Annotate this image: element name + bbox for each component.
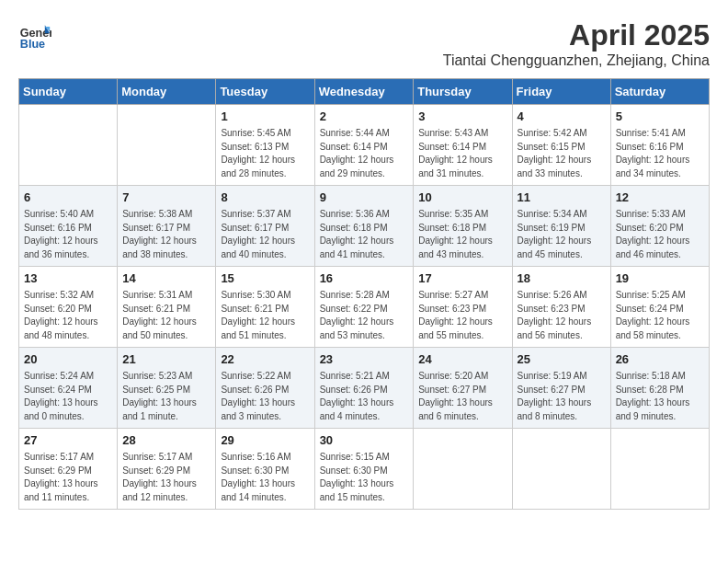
calendar-cell: 12Sunrise: 5:33 AM Sunset: 6:20 PM Dayli… (610, 186, 709, 267)
day-number: 15 (221, 270, 309, 287)
day-info: Sunrise: 5:15 AM Sunset: 6:30 PM Dayligh… (320, 451, 409, 504)
day-info: Sunrise: 5:34 AM Sunset: 6:19 PM Dayligh… (518, 208, 606, 261)
day-number: 8 (221, 190, 309, 206)
day-number: 25 (518, 351, 606, 368)
calendar-body: 1Sunrise: 5:45 AM Sunset: 6:13 PM Daylig… (19, 105, 710, 510)
calendar-cell: 20Sunrise: 5:24 AM Sunset: 6:24 PM Dayli… (19, 348, 118, 429)
day-number: 9 (320, 190, 409, 206)
calendar-cell: 26Sunrise: 5:18 AM Sunset: 6:28 PM Dayli… (610, 348, 709, 429)
day-info: Sunrise: 5:40 AM Sunset: 6:16 PM Dayligh… (24, 208, 112, 261)
logo-icon: General Blue (18, 18, 51, 52)
weekday-header-sunday: Sunday (19, 79, 118, 105)
calendar-cell: 14Sunrise: 5:31 AM Sunset: 6:21 PM Dayli… (118, 267, 216, 348)
day-number: 28 (122, 432, 210, 449)
weekday-header-thursday: Thursday (414, 79, 512, 105)
calendar-cell: 30Sunrise: 5:15 AM Sunset: 6:30 PM Dayli… (314, 429, 414, 510)
calendar-cell: 8Sunrise: 5:37 AM Sunset: 6:17 PM Daylig… (216, 186, 314, 267)
day-number: 22 (221, 351, 309, 368)
day-number: 19 (616, 270, 704, 287)
day-info: Sunrise: 5:20 AM Sunset: 6:27 PM Dayligh… (418, 370, 506, 423)
day-info: Sunrise: 5:28 AM Sunset: 6:22 PM Dayligh… (320, 289, 409, 342)
week-row-4: 20Sunrise: 5:24 AM Sunset: 6:24 PM Dayli… (19, 348, 710, 429)
day-info: Sunrise: 5:25 AM Sunset: 6:24 PM Dayligh… (616, 289, 704, 342)
day-info: Sunrise: 5:32 AM Sunset: 6:20 PM Dayligh… (24, 289, 112, 342)
calendar-cell: 3Sunrise: 5:43 AM Sunset: 6:14 PM Daylig… (414, 105, 512, 186)
day-info: Sunrise: 5:22 AM Sunset: 6:26 PM Dayligh… (221, 370, 309, 423)
day-info: Sunrise: 5:33 AM Sunset: 6:20 PM Dayligh… (616, 208, 704, 261)
weekday-header-monday: Monday (118, 79, 216, 105)
calendar-cell: 28Sunrise: 5:17 AM Sunset: 6:29 PM Dayli… (118, 429, 216, 510)
day-info: Sunrise: 5:37 AM Sunset: 6:17 PM Dayligh… (221, 208, 309, 261)
calendar-cell (610, 429, 709, 510)
day-number: 30 (320, 432, 409, 449)
calendar-cell: 29Sunrise: 5:16 AM Sunset: 6:30 PM Dayli… (216, 429, 314, 510)
day-number: 13 (24, 270, 112, 287)
day-number: 2 (320, 109, 409, 125)
weekday-header-wednesday: Wednesday (314, 79, 414, 105)
header: General Blue April 2025 Tiantai Chenggua… (18, 18, 710, 69)
calendar-cell: 7Sunrise: 5:38 AM Sunset: 6:17 PM Daylig… (118, 186, 216, 267)
calendar-cell: 24Sunrise: 5:20 AM Sunset: 6:27 PM Dayli… (414, 348, 512, 429)
calendar-cell: 21Sunrise: 5:23 AM Sunset: 6:25 PM Dayli… (118, 348, 216, 429)
weekday-header-row: SundayMondayTuesdayWednesdayThursdayFrid… (19, 79, 710, 105)
calendar-cell: 1Sunrise: 5:45 AM Sunset: 6:13 PM Daylig… (216, 105, 314, 186)
calendar-cell: 11Sunrise: 5:34 AM Sunset: 6:19 PM Dayli… (512, 186, 610, 267)
calendar-cell: 5Sunrise: 5:41 AM Sunset: 6:16 PM Daylig… (610, 105, 709, 186)
calendar-cell: 19Sunrise: 5:25 AM Sunset: 6:24 PM Dayli… (610, 267, 709, 348)
day-info: Sunrise: 5:44 AM Sunset: 6:14 PM Dayligh… (320, 127, 409, 180)
week-row-1: 1Sunrise: 5:45 AM Sunset: 6:13 PM Daylig… (19, 105, 710, 186)
day-info: Sunrise: 5:24 AM Sunset: 6:24 PM Dayligh… (24, 370, 112, 423)
day-number: 21 (122, 351, 210, 368)
day-info: Sunrise: 5:23 AM Sunset: 6:25 PM Dayligh… (122, 370, 210, 423)
calendar-cell: 18Sunrise: 5:26 AM Sunset: 6:23 PM Dayli… (512, 267, 610, 348)
day-info: Sunrise: 5:19 AM Sunset: 6:27 PM Dayligh… (518, 370, 606, 423)
day-info: Sunrise: 5:41 AM Sunset: 6:16 PM Dayligh… (616, 127, 704, 180)
calendar-cell (19, 105, 118, 186)
title-area: April 2025 Tiantai Chengguanzhen, Zhejia… (443, 18, 710, 69)
day-info: Sunrise: 5:27 AM Sunset: 6:23 PM Dayligh… (418, 289, 506, 342)
calendar-cell (512, 429, 610, 510)
weekday-header-saturday: Saturday (610, 79, 709, 105)
day-number: 26 (616, 351, 704, 368)
calendar-cell: 23Sunrise: 5:21 AM Sunset: 6:26 PM Dayli… (314, 348, 414, 429)
day-info: Sunrise: 5:38 AM Sunset: 6:17 PM Dayligh… (122, 208, 210, 261)
day-number: 29 (221, 432, 309, 449)
calendar-cell: 4Sunrise: 5:42 AM Sunset: 6:15 PM Daylig… (512, 105, 610, 186)
day-number: 20 (24, 351, 112, 368)
day-number: 23 (320, 351, 409, 368)
calendar-cell: 16Sunrise: 5:28 AM Sunset: 6:22 PM Dayli… (314, 267, 414, 348)
day-number: 18 (518, 270, 606, 287)
day-number: 7 (122, 190, 210, 206)
calendar-cell: 2Sunrise: 5:44 AM Sunset: 6:14 PM Daylig… (314, 105, 414, 186)
day-info: Sunrise: 5:17 AM Sunset: 6:29 PM Dayligh… (122, 451, 210, 504)
day-number: 1 (221, 109, 309, 125)
week-row-2: 6Sunrise: 5:40 AM Sunset: 6:16 PM Daylig… (19, 186, 710, 267)
day-info: Sunrise: 5:43 AM Sunset: 6:14 PM Dayligh… (418, 127, 506, 180)
day-info: Sunrise: 5:21 AM Sunset: 6:26 PM Dayligh… (320, 370, 409, 423)
day-info: Sunrise: 5:36 AM Sunset: 6:18 PM Dayligh… (320, 208, 409, 261)
weekday-header-tuesday: Tuesday (216, 79, 314, 105)
day-info: Sunrise: 5:30 AM Sunset: 6:21 PM Dayligh… (221, 289, 309, 342)
day-number: 17 (418, 270, 506, 287)
day-number: 4 (518, 109, 606, 125)
day-info: Sunrise: 5:17 AM Sunset: 6:29 PM Dayligh… (24, 451, 112, 504)
day-number: 5 (616, 109, 704, 125)
day-number: 11 (518, 190, 606, 206)
calendar-cell (118, 105, 216, 186)
location-title: Tiantai Chengguanzhen, Zhejiang, China (443, 52, 710, 69)
day-info: Sunrise: 5:26 AM Sunset: 6:23 PM Dayligh… (518, 289, 606, 342)
calendar: SundayMondayTuesdayWednesdayThursdayFrid… (18, 78, 710, 510)
day-number: 16 (320, 270, 409, 287)
svg-text:Blue: Blue (20, 38, 45, 51)
calendar-cell: 6Sunrise: 5:40 AM Sunset: 6:16 PM Daylig… (19, 186, 118, 267)
day-number: 10 (418, 190, 506, 206)
calendar-cell (414, 429, 512, 510)
day-number: 14 (122, 270, 210, 287)
calendar-cell: 10Sunrise: 5:35 AM Sunset: 6:18 PM Dayli… (414, 186, 512, 267)
calendar-cell: 25Sunrise: 5:19 AM Sunset: 6:27 PM Dayli… (512, 348, 610, 429)
calendar-cell: 13Sunrise: 5:32 AM Sunset: 6:20 PM Dayli… (19, 267, 118, 348)
day-info: Sunrise: 5:42 AM Sunset: 6:15 PM Dayligh… (518, 127, 606, 180)
day-number: 24 (418, 351, 506, 368)
month-title: April 2025 (443, 18, 710, 52)
day-info: Sunrise: 5:31 AM Sunset: 6:21 PM Dayligh… (122, 289, 210, 342)
